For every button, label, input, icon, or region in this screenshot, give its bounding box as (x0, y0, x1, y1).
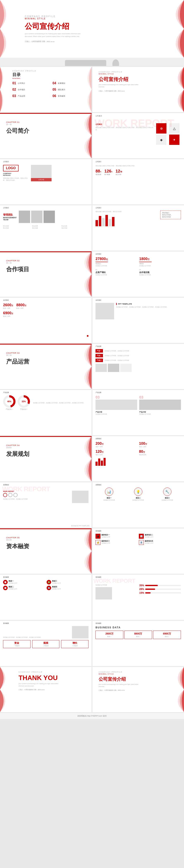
product-img-1 (95, 364, 107, 372)
toc-right-curve (79, 67, 92, 112)
coop-stat-3: 03 总资产增长 在此输入文字内容 (95, 269, 137, 276)
slide-product-pie: 产品运营 46% 产品占比一 32% 产品占比二 在此输入文字内容，在此输入文字… (0, 390, 92, 435)
product-img-section: 产品运营 (92, 390, 184, 394)
cover-title-cn: 公司宣传介绍 (25, 22, 87, 32)
cover-desc: your content summarizing is for making y… (25, 33, 87, 38)
product-img-2 (108, 364, 119, 372)
slide-chapter5: CHAPTER 05 第五章 资本融资 (0, 528, 92, 574)
bar-5 (109, 219, 111, 226)
ppt-section: 合作项目 (92, 298, 184, 302)
dev-icons-section: 发展规划 (92, 482, 184, 487)
red-curve-right-deco (155, 0, 184, 58)
red-curve-left-deco (0, 0, 21, 58)
pie-1: 46% (3, 395, 16, 408)
bar-3 (102, 218, 104, 226)
coop2-section: 合作项目 (0, 298, 92, 302)
dev-stat-1: 200万项目一说明 (95, 441, 137, 448)
icon-box-3: ◈ (156, 134, 166, 145)
mgmt-section: 公司展示 (0, 205, 92, 210)
toc-minimal: MINIMAL (12, 78, 89, 79)
chapter2-right-curve (67, 251, 92, 297)
dev-stat-4: 80万项目四说明 (139, 450, 181, 456)
company-building-img: 公司介绍 (31, 165, 52, 181)
slide-work-report2: 发展规划 WORK REPORT WORK REPORT 在此输入文字内容，在此… (0, 482, 92, 528)
ty-left-curve (0, 667, 17, 712)
slide-development-icons: 发展规划 📊 规划一 在此输入文字内容 💡 规划二 在此输入文字内容 🔧 规划三… (92, 482, 184, 528)
product-pie-section: 产品运营 (0, 390, 92, 394)
mgmt-desc-1: 职位名称简介内容 (3, 225, 30, 229)
team-photo-2 (31, 211, 42, 223)
toc-title: 目录 (12, 72, 89, 78)
slide-capital-more: 资本融资 在此输入文字内容，在此输入文字内容，在此输入文字内容。 资金 一期融资… (0, 621, 92, 666)
cover-company-profile-label: COMPANY PROFILE (25, 15, 87, 18)
cover-reporter: 汇报人：今周市场部部 日期：2021·xx·xx (25, 40, 87, 43)
cap-more-box2: 规模 二期融资 (32, 640, 60, 648)
cap-data-section: 资本融资 (0, 575, 92, 579)
slide-development-stats: 发展规划 200万项目一说明 100万项目二说明 120万项目三说明 80万项目… (92, 436, 184, 482)
pie-2: 32% (18, 395, 30, 408)
cap-grid-item-1: 📱 融资项目一在此输入文字 (95, 534, 137, 539)
cap-more-box1: 资金 一期融资 (3, 640, 31, 648)
chapter1-right-curve (67, 113, 92, 158)
dotted-desc-box: 请在此输入相关文字内容，相关文字内容 (160, 211, 181, 219)
cap-grid-item-3: 💰 融资项目三在此输入文字 (95, 540, 137, 545)
work-report-bg-text: WORK REPORT (94, 117, 174, 129)
coop-stat-1: 27800元 营业收入 在此输入文字内容 (95, 257, 137, 267)
ty-company-label: COMPANY PROFILE (19, 671, 88, 673)
ppt-desc: 在此输入文字内容，在此输入文字内容，在此输入文字内容，在此输入文字内容。 (116, 306, 181, 308)
slide-management-team: 公司展示 管理团队 MANAGEMENTTEAM 职位名称简介内容 职位名称简介… (0, 205, 92, 251)
cap-grid-item-4: 🏦 融资项目四在此输入文字 (139, 540, 181, 545)
slide-chapter1: CHAPTER 01 第一章 公司简介 (0, 113, 92, 158)
mgmt-title-cn: 管理团队 (3, 213, 17, 217)
cap-grid-item-2: 📊 融资项目二在此输入文字 (139, 534, 181, 539)
slide-company-logo: 公司展示 LOGO COMPANYINTROOC 请在此输入您的公司名称，您的公… (0, 159, 92, 205)
wr2-img (72, 491, 89, 503)
slide-main-cover: COMPANY PROFILE MINIMAL STYLE 公司宣传介绍 you… (0, 0, 184, 66)
biz-data-box3: 6900万 数据三 (153, 630, 181, 639)
cap-report-bg-text: WORK REPORT (93, 578, 135, 584)
stat-2: 126+客户数量 (104, 169, 113, 176)
toc-item-2: 02合作项目 (12, 88, 49, 92)
biz-data-box2: 8800万 数据二 (124, 630, 152, 639)
slide-chapter4: CHAPTER 04 第四章 发展规划 (0, 436, 92, 482)
biz-data-title: BUSINESS DATA (95, 626, 181, 629)
wr2-bg-text: WORK REPORT (2, 485, 50, 493)
team-photo-1 (19, 211, 30, 223)
mgmt-desc-2: 职位名称简介内容 (32, 225, 59, 229)
dev-stat-2: 100万项目二说明 (139, 441, 181, 448)
pie-1-label: 产品占比一 (3, 408, 16, 410)
slide-product-images: 产品运营 03 产品介绍 在此输入文字内容 03 产品介绍 在此输入文字内容 (92, 390, 184, 435)
product-list-section: 产品运营 (92, 344, 184, 348)
chapter4-right-curve (67, 436, 92, 482)
coop-stat-4: 04 合作项目数 在此输入文字内容 (139, 269, 181, 276)
coop2-stat-3: 6900万数据三说明 (3, 311, 89, 317)
dot-deco (87, 335, 89, 337)
ppt-template-label: PPT TEMPLATE (118, 303, 181, 305)
dev-icon-3: 🔧 规划三 在此输入文字内容 (153, 488, 181, 501)
cap-report-desc: 在此输入文字内容 (95, 584, 137, 586)
product-img-3 (120, 364, 132, 372)
company-logo-desc: 请在此输入您的公司名称，您的公司名称，您的公司名称。 (3, 177, 28, 181)
coop2-stat-1: 2600万数据一说明 (3, 303, 13, 309)
mouse-deco (113, 59, 119, 66)
stat-1: 88+项目数量 (95, 169, 101, 176)
wr2-circles (3, 493, 70, 497)
bar-chart-visual (95, 214, 158, 226)
slide-business-data: 资本融资 BUSINESS DATA 2600万 数据一 8800万 数据二 6… (92, 621, 184, 666)
icon-box-4: ✦ (169, 134, 180, 145)
product-item-2: 产品二 在此输入文字内容，在此输入文字内容 (95, 354, 181, 357)
slide-thankyou: COMPANY PROFILE THANK YOU your content s… (0, 667, 92, 712)
slide-toc: COMPANY PROFILE 目录 MINIMAL 01公司简介 04发展规划… (0, 67, 92, 112)
work-report-section-label: 公司展示 (95, 115, 181, 117)
slide-work-report1: 公司展示 WORK REPORT 公司展示 请在此输入您的公司简介内容，请在此输… (92, 113, 184, 158)
cap-more-section: 资本融资 (0, 621, 92, 625)
biz-data-box1: 2600万 数据一 (95, 630, 123, 639)
coop1-section: 合作项目 (92, 251, 184, 256)
toc-company-label: COMPANY PROFILE (12, 70, 89, 72)
cap-stat-3: 15% (139, 591, 181, 594)
footer-text: 该套模板由 http://700PPT.com 提供 (2, 715, 182, 717)
product-item-1: 产品一 在此输入文字内容，在此输入文字内容 (95, 349, 181, 352)
toc-item-1: 01公司简介 (12, 82, 49, 85)
company-data-desc: 请在此输入您的公司简介内容，请在此输入您的公司简介内容。 (95, 165, 181, 167)
cap-stat-2: 28% (139, 588, 181, 591)
